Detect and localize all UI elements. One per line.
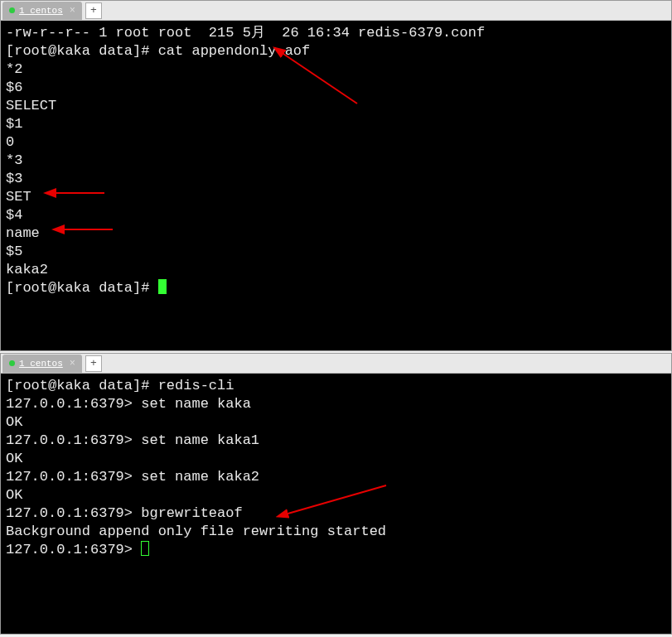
terminal-line: Background append only file rewriting st… bbox=[6, 523, 666, 541]
terminal-prompt-line: [root@kaka data]# bbox=[6, 279, 666, 297]
tab-bar: 1 centos × + bbox=[1, 1, 671, 21]
terminal-line: $5 bbox=[6, 243, 666, 261]
terminal-line: [root@kaka data]# cat appendonly.aof bbox=[6, 42, 666, 60]
terminal-line: *2 bbox=[6, 60, 666, 79]
terminal-line: OK bbox=[6, 450, 666, 468]
close-icon[interactable]: × bbox=[70, 5, 75, 17]
tab-label: 1 centos bbox=[19, 359, 63, 369]
terminal-window-1: 1 centos × + -rw-r--r-- 1 root root 215 … bbox=[0, 0, 672, 351]
terminal-line: name bbox=[6, 224, 666, 243]
terminal-line: 127.0.0.1:6379> set name kaka bbox=[6, 395, 666, 413]
terminal-line: OK bbox=[6, 486, 666, 504]
terminal-window-2: 1 centos × + [root@kaka data]# redis-cli… bbox=[0, 353, 672, 635]
terminal-line: 127.0.0.1:6379> bgrewriteaof bbox=[6, 504, 666, 523]
prompt-text: [root@kaka data]# bbox=[6, 280, 158, 296]
terminal-line: SET bbox=[6, 188, 666, 206]
terminal-body-1[interactable]: -rw-r--r-- 1 root root 215 5月 26 16:34 r… bbox=[1, 21, 671, 350]
add-tab-button[interactable]: + bbox=[85, 2, 102, 19]
terminal-line: $6 bbox=[6, 79, 666, 97]
terminal-line: 127.0.0.1:6379> set name kaka2 bbox=[6, 468, 666, 486]
terminal-prompt-line: 127.0.0.1:6379> bbox=[6, 541, 666, 559]
terminal-line: [root@kaka data]# redis-cli bbox=[6, 377, 666, 395]
status-dot-icon bbox=[9, 360, 15, 366]
tab-centos-1[interactable]: 1 centos × bbox=[2, 2, 82, 20]
terminal-body-2[interactable]: [root@kaka data]# redis-cli 127.0.0.1:63… bbox=[1, 374, 671, 634]
terminal-line: OK bbox=[6, 413, 666, 432]
terminal-line: kaka2 bbox=[6, 261, 666, 279]
terminal-line: *3 bbox=[6, 152, 666, 170]
tab-bar: 1 centos × + bbox=[1, 354, 671, 374]
terminal-line: $3 bbox=[6, 170, 666, 188]
tab-centos-2[interactable]: 1 centos × bbox=[2, 355, 82, 373]
close-icon[interactable]: × bbox=[70, 358, 75, 369]
terminal-line: 0 bbox=[6, 133, 666, 152]
status-dot-icon bbox=[9, 7, 15, 13]
terminal-line: -rw-r--r-- 1 root root 215 5月 26 16:34 r… bbox=[6, 24, 666, 42]
terminal-line: 127.0.0.1:6379> set name kaka1 bbox=[6, 432, 666, 450]
terminal-line: $4 bbox=[6, 206, 666, 224]
terminal-line: $1 bbox=[6, 115, 666, 133]
add-tab-button[interactable]: + bbox=[85, 355, 102, 372]
prompt-text: 127.0.0.1:6379> bbox=[6, 542, 141, 557]
cursor-icon bbox=[141, 541, 149, 556]
terminal-line: SELECT bbox=[6, 97, 666, 115]
cursor-icon bbox=[158, 279, 167, 294]
tab-label: 1 centos bbox=[19, 6, 63, 16]
